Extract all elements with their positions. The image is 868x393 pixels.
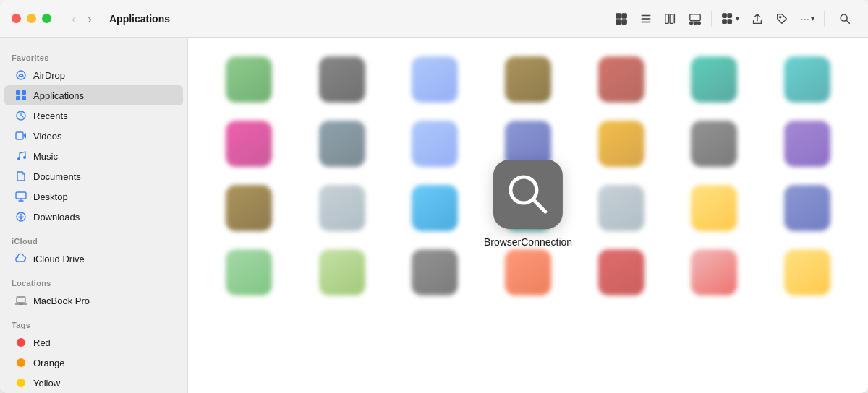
list-item[interactable] — [668, 242, 761, 306]
applications-icon — [14, 89, 27, 102]
downloads-label: Downloads — [33, 212, 80, 223]
icloud-section-label: iCloud — [0, 227, 187, 249]
desktop-label: Desktop — [33, 191, 68, 202]
ellipsis-icon: ··· — [800, 12, 809, 25]
music-label: Music — [33, 151, 58, 162]
sidebar-item-music[interactable]: Music — [4, 146, 183, 166]
tag-button[interactable] — [770, 9, 793, 29]
tag-yellow-icon — [14, 376, 27, 389]
tag-red-label: Red — [33, 337, 51, 348]
list-item[interactable] — [296, 178, 389, 242]
minimize-button[interactable] — [27, 14, 36, 23]
svg-rect-13 — [698, 22, 701, 24]
downloads-icon — [14, 210, 27, 223]
airdrop-icon — [14, 69, 27, 82]
traffic-lights — [12, 14, 51, 23]
view-icons-button[interactable] — [610, 9, 633, 29]
list-item[interactable] — [668, 178, 761, 242]
sidebar-item-recents[interactable]: Recents — [4, 105, 183, 126]
documents-icon — [14, 170, 27, 183]
main-content: BrowserConnection — [188, 0, 868, 393]
list-item[interactable] — [668, 49, 761, 113]
list-item[interactable] — [388, 49, 482, 113]
svg-rect-11 — [690, 22, 693, 24]
list-item[interactable] — [203, 178, 296, 242]
maximize-button[interactable] — [42, 14, 51, 23]
svg-point-18 — [780, 16, 781, 17]
list-item[interactable] — [574, 178, 668, 242]
music-icon — [14, 150, 27, 163]
group-by-button[interactable]: ▾ — [716, 9, 744, 29]
sidebar-item-airdrop[interactable]: AirDrop — [4, 65, 183, 85]
search-icon — [838, 12, 851, 25]
back-button[interactable]: ‹ — [67, 11, 80, 27]
view-gallery-button[interactable] — [684, 9, 707, 29]
list-icon — [639, 12, 652, 25]
sidebar-item-tag-yellow[interactable]: Yellow — [4, 373, 183, 393]
recents-icon — [14, 109, 27, 122]
list-item[interactable] — [574, 49, 668, 113]
list-item[interactable] — [388, 113, 482, 178]
list-item[interactable] — [574, 113, 668, 178]
focused-app[interactable]: BrowserConnection — [484, 160, 572, 248]
sidebar-item-videos[interactable]: Videos — [4, 126, 183, 146]
list-item[interactable] — [203, 113, 296, 178]
title-bar: ‹ › Applications — [0, 0, 868, 38]
tag-yellow-label: Yellow — [33, 378, 60, 389]
toolbar-separator-2 — [824, 11, 825, 27]
list-item[interactable] — [574, 242, 668, 306]
svg-rect-14 — [723, 13, 726, 17]
list-item[interactable] — [760, 242, 854, 306]
svg-point-31 — [23, 156, 26, 159]
icloud-icon — [14, 252, 27, 265]
list-item[interactable] — [296, 49, 389, 113]
svg-rect-15 — [728, 13, 731, 17]
list-item[interactable] — [203, 49, 296, 113]
recents-label: Recents — [33, 111, 68, 121]
sidebar-item-tag-red[interactable]: Red — [4, 332, 183, 353]
svg-line-20 — [846, 20, 849, 23]
list-item[interactable] — [760, 49, 854, 113]
share-button[interactable] — [746, 9, 769, 29]
list-item[interactable] — [482, 49, 575, 113]
desktop-icon — [14, 190, 27, 203]
list-item[interactable] — [760, 113, 854, 178]
list-item[interactable] — [668, 113, 761, 178]
favorites-section-label: Favorites — [0, 43, 187, 65]
sidebar-item-applications[interactable]: Applications — [4, 85, 183, 105]
list-item[interactable] — [203, 242, 296, 306]
sidebar-item-documents[interactable]: Documents — [4, 166, 183, 186]
view-columns-button[interactable] — [659, 9, 682, 29]
tags-section-label: Tags — [0, 311, 187, 332]
toolbar-actions: ▾ ··· ▾ — [610, 9, 856, 29]
sidebar-item-tag-orange[interactable]: Orange — [4, 353, 183, 373]
list-item[interactable] — [388, 242, 482, 306]
svg-rect-28 — [16, 132, 23, 139]
sidebar-item-icloud-drive[interactable]: iCloud Drive — [4, 249, 183, 269]
close-button[interactable] — [12, 14, 21, 23]
svg-point-30 — [17, 157, 20, 160]
list-item[interactable] — [388, 178, 482, 242]
more-actions-button[interactable]: ··· ▾ — [795, 9, 820, 28]
svg-rect-17 — [728, 19, 731, 22]
list-item[interactable] — [296, 242, 389, 306]
more-chevron: ▾ — [811, 14, 814, 22]
search-button[interactable] — [833, 9, 856, 29]
list-item[interactable] — [760, 178, 854, 242]
forward-button[interactable]: › — [83, 11, 96, 27]
sidebar-item-downloads[interactable]: Downloads — [4, 207, 183, 227]
svg-line-41 — [533, 199, 545, 212]
svg-rect-25 — [16, 96, 20, 100]
svg-rect-8 — [671, 14, 674, 23]
focused-app-name: BrowserConnection — [484, 236, 572, 248]
svg-point-21 — [17, 71, 25, 79]
list-item[interactable] — [296, 113, 389, 178]
tag-icon — [775, 12, 788, 25]
list-item[interactable] — [482, 242, 575, 306]
view-list-button[interactable] — [634, 9, 658, 29]
magnify-icon — [506, 173, 550, 216]
sidebar-item-macbook-pro[interactable]: MacBook Pro — [4, 290, 183, 311]
svg-rect-1 — [622, 13, 626, 17]
tag-orange-icon — [14, 356, 27, 369]
sidebar-item-desktop[interactable]: Desktop — [4, 186, 183, 207]
